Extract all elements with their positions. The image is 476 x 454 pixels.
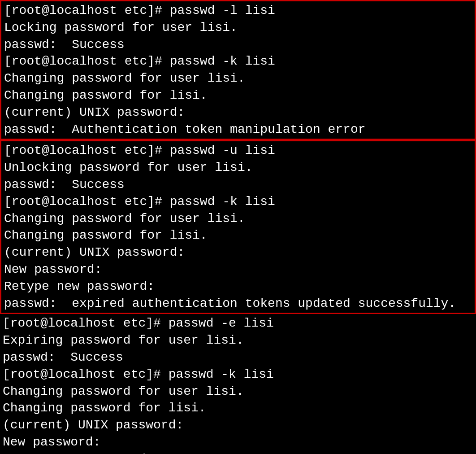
terminal-line: Changing password for lisi.	[3, 400, 473, 417]
terminal-line: [root@localhost etc]# passwd -l lisi	[4, 2, 472, 19]
terminal-line: (current) UNIX password:	[3, 417, 473, 434]
terminal-line: (current) UNIX password:	[4, 104, 472, 121]
terminal-line: New password:	[4, 261, 472, 278]
terminal-line: Changing password for lisi.	[4, 227, 472, 244]
terminal: [root@localhost etc]# passwd -l lisiLock…	[0, 0, 476, 454]
terminal-section-2: [root@localhost etc]# passwd -u lisiUnlo…	[0, 140, 476, 314]
terminal-section-3: [root@localhost etc]# passwd -e lisiExpi…	[0, 314, 476, 454]
terminal-line: Retype new password:	[4, 278, 472, 295]
terminal-section-1: [root@localhost etc]# passwd -l lisiLock…	[0, 0, 476, 140]
terminal-line: passwd: Success	[3, 349, 473, 366]
terminal-line: [root@localhost etc]# passwd -e lisi	[3, 315, 473, 332]
terminal-line: Expiring password for user lisi.	[3, 332, 473, 349]
terminal-line: [root@localhost etc]# passwd -k lisi	[3, 366, 473, 383]
terminal-line: Unlocking password for user lisi.	[4, 159, 472, 176]
terminal-line: passwd: Success	[4, 176, 472, 193]
terminal-line: Changing password for lisi.	[4, 87, 472, 104]
terminal-line: (current) UNIX password:	[4, 244, 472, 261]
terminal-line: Locking password for user lisi.	[4, 19, 472, 36]
terminal-line: New password:	[3, 434, 473, 451]
terminal-line: passwd: Success	[4, 36, 472, 53]
terminal-line: Retype new password:	[3, 451, 473, 454]
terminal-line: Changing password for user lisi.	[4, 210, 472, 227]
terminal-line: Changing password for user lisi.	[4, 70, 472, 87]
terminal-line: [root@localhost etc]# passwd -k lisi	[4, 193, 472, 210]
terminal-line: Changing password for user lisi.	[3, 383, 473, 400]
terminal-line: [root@localhost etc]# passwd -k lisi	[4, 53, 472, 70]
terminal-line: passwd: expired authentication tokens up…	[4, 295, 472, 312]
terminal-line: [root@localhost etc]# passwd -u lisi	[4, 142, 472, 159]
terminal-line: passwd: Authentication token manipulatio…	[4, 121, 472, 138]
